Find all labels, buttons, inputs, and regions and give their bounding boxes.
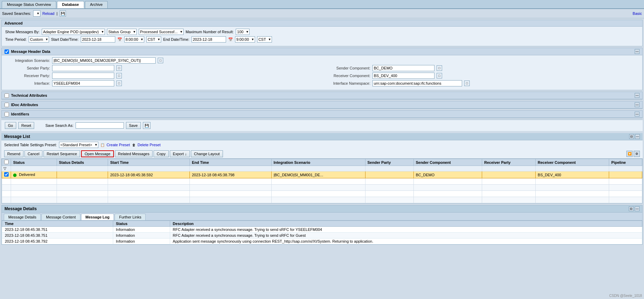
related-messages-button[interactable]: Related Messages xyxy=(115,150,153,157)
end-time-select-wrapper[interactable]: 9:00:00 ▼ xyxy=(235,36,255,43)
col-sender-component[interactable]: Sender Component xyxy=(413,159,482,166)
preset-select[interactable]: <Standard Preset> xyxy=(59,142,98,148)
timezone2-select-wrapper[interactable]: CST ▼ xyxy=(257,36,272,43)
integration-scenario-input[interactable] xyxy=(52,57,156,64)
message-header-checkbox[interactable] xyxy=(4,49,9,54)
timezone1-select[interactable]: CST xyxy=(146,36,161,43)
row-pipeline-cell xyxy=(609,171,642,178)
tab-message-content[interactable]: Message Content xyxy=(41,214,80,220)
row-checkbox[interactable] xyxy=(4,172,9,177)
col-receiver-party[interactable]: Receiver Party xyxy=(482,159,536,166)
saved-searches-select[interactable] xyxy=(33,10,40,17)
col-pipeline[interactable]: Pipeline xyxy=(609,159,642,166)
select-all-checkbox[interactable] xyxy=(4,160,9,164)
message-header-section-header: Message Header Data — xyxy=(2,48,642,55)
copy-button[interactable]: Copy xyxy=(154,150,169,157)
technical-attributes-collapse-btn[interactable]: — xyxy=(635,93,640,98)
table-filter-icon[interactable]: 🔽 xyxy=(626,151,633,157)
adapter-engine-select-wrapper[interactable]: Adapter Engine POD (poappdev) ▼ xyxy=(42,29,105,35)
go-button[interactable]: Go xyxy=(5,122,16,129)
col-receiver-component[interactable]: Receiver Component xyxy=(536,159,609,166)
tab-message-log[interactable]: Message Log xyxy=(81,214,114,220)
interface-namespace-input[interactable] xyxy=(372,80,462,86)
time-period-select-wrapper[interactable]: Custom ▼ xyxy=(29,36,49,43)
start-date-input[interactable] xyxy=(81,36,115,43)
message-header-collapse-btn[interactable]: — xyxy=(635,49,640,54)
basic-link[interactable]: Basic xyxy=(633,11,642,16)
change-layout-button[interactable]: Change Layout xyxy=(191,150,223,157)
interface-namespace-pick-btn[interactable]: □ xyxy=(464,81,470,86)
idoc-attributes-checkbox[interactable] xyxy=(4,103,9,107)
saved-searches-select-wrapper[interactable]: ▼ xyxy=(33,10,40,17)
end-date-input[interactable] xyxy=(192,36,226,43)
reset-button[interactable]: Reset xyxy=(18,122,35,129)
technical-attributes-checkbox[interactable] xyxy=(4,93,9,98)
identifiers-checkbox[interactable] xyxy=(4,112,9,116)
start-time-select[interactable]: 8:00:00 xyxy=(124,36,144,43)
idoc-attributes-collapse-btn[interactable]: — xyxy=(635,102,640,107)
calendar-start-icon[interactable]: 📅 xyxy=(117,37,122,42)
interface-input[interactable] xyxy=(52,80,114,86)
save-icon-btn[interactable]: 💾 xyxy=(60,10,66,17)
restart-sequence-button[interactable]: Restart Sequence xyxy=(43,150,80,157)
tab-message-status-overview[interactable]: Message Status Overview xyxy=(2,1,56,8)
col-integration-scenario[interactable]: Integration Scenario xyxy=(271,159,365,166)
timezone2-select[interactable]: CST xyxy=(257,36,272,43)
processed-select[interactable]: Processed Successf... xyxy=(139,29,184,35)
message-list-tile-btn[interactable]: ⊟ xyxy=(629,134,634,139)
table-row[interactable]: Delivered 2023-12-18 08:45:38.592 2023-1… xyxy=(2,171,642,178)
status-group-select[interactable]: Status Group xyxy=(107,29,137,35)
row-check-cell[interactable] xyxy=(2,171,11,178)
calendar-end-icon[interactable]: 📅 xyxy=(228,37,233,42)
interface-pick-btn[interactable]: □ xyxy=(116,81,122,86)
start-date-label: Start Date/Time: xyxy=(51,37,79,41)
max-result-select[interactable]: 100 xyxy=(236,29,250,35)
tab-message-details[interactable]: Message Details xyxy=(4,214,41,220)
receiver-party-input[interactable] xyxy=(52,73,114,79)
row-sender-component-cell: BC_DEMO xyxy=(413,171,482,178)
sender-component-input[interactable] xyxy=(372,65,435,71)
sender-component-pick-btn[interactable]: □ xyxy=(437,65,442,71)
save-button[interactable]: Save xyxy=(126,122,141,129)
col-sender-party[interactable]: Sender Party xyxy=(365,159,413,166)
log-table: Time Status Description 2023-12-18 08:45… xyxy=(2,221,642,244)
start-time-select-wrapper[interactable]: 8:00:00 ▼ xyxy=(124,36,144,43)
message-details-collapse-btn[interactable]: — xyxy=(635,206,640,211)
message-list-collapse-btn[interactable]: — xyxy=(635,134,640,139)
save-floppy-btn[interactable]: 💾 xyxy=(143,122,150,129)
message-details-tile-btn[interactable]: ⊟ xyxy=(629,206,634,211)
identifiers-title: Identifiers xyxy=(11,112,29,116)
max-result-select-wrapper[interactable]: 100 ▼ xyxy=(236,29,250,35)
receiver-component-pick-btn[interactable]: □ xyxy=(437,73,442,78)
left-col: Sender Party: □ Receiver Party: □ Interf… xyxy=(5,65,319,88)
receiver-component-input[interactable] xyxy=(372,73,435,79)
col-end-time[interactable]: End Time xyxy=(189,159,271,166)
time-period-select[interactable]: Custom xyxy=(29,36,49,43)
end-time-select[interactable]: 9:00:00 xyxy=(235,36,255,43)
reload-label[interactable]: Reload xyxy=(42,11,55,16)
timezone1-select-wrapper[interactable]: CST ▼ xyxy=(146,36,161,43)
integration-scenario-pick-btn[interactable]: □ xyxy=(158,58,163,63)
receiver-party-pick-btn[interactable]: □ xyxy=(116,73,122,78)
preset-select-wrapper[interactable]: <Standard Preset> ▼ xyxy=(59,142,98,148)
identifiers-collapse-btn[interactable]: — xyxy=(635,112,640,116)
table-settings-icon[interactable]: ⚙ xyxy=(634,151,640,157)
sender-party-pick-btn[interactable]: □ xyxy=(116,65,122,71)
delete-preset-label[interactable]: Delete Preset xyxy=(138,143,161,147)
open-message-button[interactable]: Open Message xyxy=(81,150,114,157)
save-search-input[interactable] xyxy=(76,122,124,129)
export-button[interactable]: Export ↓ xyxy=(170,150,190,157)
status-group-select-wrapper[interactable]: Status Group ▼ xyxy=(107,29,137,35)
tab-archive[interactable]: Archive xyxy=(85,1,108,8)
create-preset-label[interactable]: Create Preset xyxy=(107,143,130,147)
adapter-engine-select[interactable]: Adapter Engine POD (poappdev) xyxy=(42,29,105,35)
col-start-time[interactable]: Start Time xyxy=(108,159,190,166)
resend-button[interactable]: Resend xyxy=(4,150,23,157)
col-status[interactable]: Status xyxy=(11,159,57,166)
sender-party-input[interactable] xyxy=(52,65,114,71)
processed-select-wrapper[interactable]: Processed Successf... ▼ xyxy=(139,29,184,35)
tab-further-links[interactable]: Further Links xyxy=(115,214,146,220)
col-status-details[interactable]: Status Details xyxy=(57,159,108,166)
cancel-button[interactable]: Cancel xyxy=(25,150,42,157)
tab-database[interactable]: Database xyxy=(57,1,84,8)
